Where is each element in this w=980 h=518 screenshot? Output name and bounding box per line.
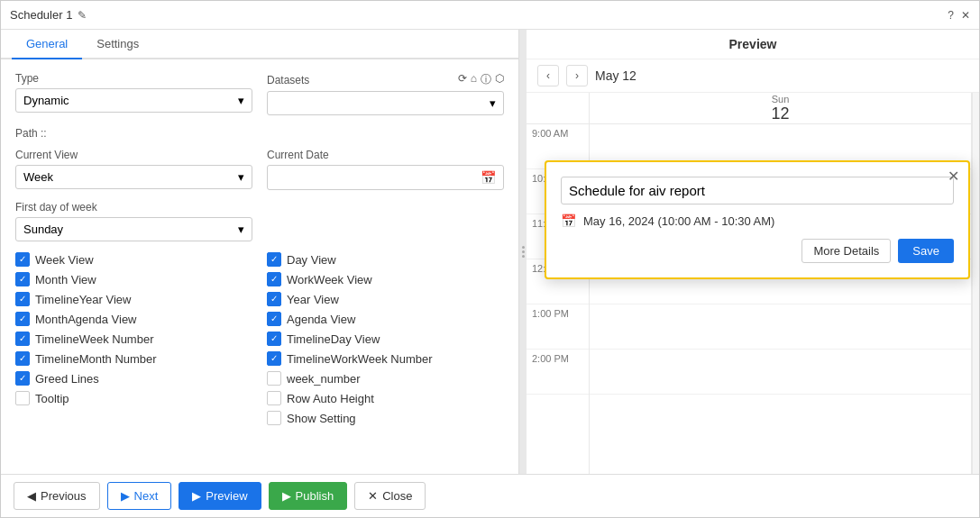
edit-icon[interactable]: ✎ <box>78 9 87 22</box>
datasets-info-icon[interactable]: ⓘ <box>481 72 491 87</box>
checkbox-label-timeline-year: TimelineYear View <box>35 293 131 306</box>
checkbox-show-setting[interactable] <box>267 411 281 425</box>
checkbox-timeline-day[interactable] <box>267 332 281 346</box>
datasets-home-icon[interactable]: ⌂ <box>471 72 477 87</box>
save-button[interactable]: Save <box>898 239 954 263</box>
checkbox-day-view[interactable] <box>267 252 281 267</box>
checkbox-tooltip[interactable] <box>15 391 30 405</box>
checkbox-timeline-year[interactable] <box>15 292 30 306</box>
close-button[interactable]: ✕ Close <box>354 482 426 510</box>
checkbox-item-tooltip[interactable]: Tooltip <box>15 391 252 405</box>
datasets-refresh-icon[interactable]: ⟳ <box>458 72 467 87</box>
tabs: General Settings <box>1 30 518 59</box>
calendar-nav: ‹ › May 12 <box>527 59 979 93</box>
publish-icon: ▶ <box>282 489 291 503</box>
tab-settings[interactable]: Settings <box>82 30 153 59</box>
checkbox-label-week-view: Week View <box>35 253 94 267</box>
checkbox-workweek-view[interactable] <box>267 272 281 286</box>
form-row-type-datasets: Type Dynamic ▾ Datasets ⟳ ⌂ ⓘ <box>15 72 504 115</box>
calendar-prev-arrow[interactable]: ‹ <box>537 65 559 86</box>
placeholder-group <box>267 201 504 241</box>
checkbox-label-agenda-view: Agenda View <box>287 313 355 326</box>
datasets-chevron-icon: ▾ <box>490 96 496 110</box>
checkbox-timeline-month-num[interactable] <box>15 351 30 366</box>
checkbox-label-greed-lines: Greed Lines <box>35 372 99 386</box>
checkbox-item-timeline-week-num[interactable]: TimelineWeek Number <box>15 332 252 346</box>
type-chevron-icon: ▾ <box>238 94 244 107</box>
preview-title: Preview <box>527 30 979 59</box>
checkbox-item-greed-lines[interactable]: Greed Lines <box>15 371 252 386</box>
checkbox-label-week-number: week_number <box>287 372 361 386</box>
checkbox-item-month-agenda[interactable]: MonthAgenda View <box>15 312 252 326</box>
preview-label: Preview <box>206 489 247 503</box>
checkbox-item-timeline-workweek-num[interactable]: TimelineWorkWeek Number <box>267 351 504 366</box>
checkbox-label-month-agenda: MonthAgenda View <box>35 313 137 326</box>
divider-dot <box>522 246 525 249</box>
checkbox-item-timeline-year[interactable]: TimelineYear View <box>15 292 252 306</box>
popup-actions: More Details Save <box>561 239 954 263</box>
calendar-next-arrow[interactable]: › <box>566 65 588 86</box>
current-date-label: Current Date <box>267 149 504 161</box>
checkbox-month-view[interactable] <box>15 272 30 286</box>
publish-button[interactable]: ▶ Publish <box>269 482 348 510</box>
day-name-sun: Sun <box>772 94 790 105</box>
checkbox-item-day-view[interactable]: Day View <box>267 252 504 267</box>
day-cell-2pm[interactable] <box>590 350 971 395</box>
current-view-select[interactable]: Week ▾ <box>15 165 252 189</box>
day-cell-1pm[interactable] <box>590 304 971 350</box>
help-icon[interactable]: ? <box>948 9 954 22</box>
checkbox-item-timeline-day[interactable]: TimelineDay View <box>267 332 504 346</box>
popup-calendar-icon: 📅 <box>561 214 576 228</box>
next-button[interactable]: ▶ Next <box>107 482 172 510</box>
checkbox-agenda-view[interactable] <box>267 312 281 326</box>
checkbox-label-row-auto-height: Row Auto Height <box>287 392 374 405</box>
form-row-view-date: Current View Week ▾ Current Date 📅 <box>15 149 504 190</box>
datasets-link-icon[interactable]: ⬡ <box>495 72 504 87</box>
path-row: Path :: <box>15 126 504 140</box>
current-date-input[interactable]: 📅 <box>267 165 504 190</box>
datasets-group: Datasets ⟳ ⌂ ⓘ ⬡ ▾ <box>267 72 504 115</box>
popup-title-input[interactable] <box>561 177 954 204</box>
bottom-toolbar: ◀ Previous ▶ Next ▶ Preview ▶ Publish ✕ … <box>1 474 979 517</box>
checkbox-label-timeline-day: TimelineDay View <box>287 332 380 346</box>
checkboxes-grid: Week ViewDay ViewMonth ViewWorkWeek View… <box>15 252 504 425</box>
checkbox-week-view[interactable] <box>15 252 30 267</box>
scrollbar[interactable] <box>972 93 979 474</box>
checkbox-item-workweek-view[interactable]: WorkWeek View <box>267 272 504 286</box>
calendar-icon[interactable]: 📅 <box>481 170 496 185</box>
popup-date-text: May 16, 2024 (10:00 AM - 10:30 AM) <box>583 214 774 228</box>
current-view-group: Current View Week ▾ <box>15 149 252 190</box>
checkbox-row-auto-height[interactable] <box>267 391 281 405</box>
checkbox-month-agenda[interactable] <box>15 312 30 326</box>
event-popup: ✕ 📅 May 16, 2024 (10:00 AM - 10:30 AM) M… <box>545 160 970 279</box>
checkbox-item-timeline-month-num[interactable]: TimelineMonth Number <box>15 351 252 366</box>
window-close-icon[interactable]: ✕ <box>961 9 970 22</box>
checkbox-item-month-view[interactable]: Month View <box>15 272 252 286</box>
checkbox-label-timeline-month-num: TimelineMonth Number <box>35 352 157 366</box>
checkbox-week-number[interactable] <box>267 371 281 386</box>
main-window: Scheduler 1 ✎ ? ✕ General Settings Type <box>0 0 980 518</box>
checkbox-timeline-week-num[interactable] <box>15 332 30 346</box>
checkbox-item-row-auto-height[interactable]: Row Auto Height <box>267 391 504 405</box>
first-day-select[interactable]: Sunday ▾ <box>15 217 252 241</box>
checkbox-item-agenda-view[interactable]: Agenda View <box>267 312 504 326</box>
more-details-button[interactable]: More Details <box>801 239 891 263</box>
tab-general[interactable]: General <box>12 30 82 59</box>
checkbox-label-year-view: Year View <box>287 293 339 306</box>
checkbox-item-week-view[interactable]: Week View <box>15 252 252 267</box>
checkbox-item-show-setting[interactable]: Show Setting <box>267 411 504 425</box>
checkbox-item-week-number[interactable]: week_number <box>267 371 504 386</box>
checkbox-label-day-view: Day View <box>287 253 336 267</box>
panel-divider[interactable] <box>519 30 527 474</box>
type-select[interactable]: Dynamic ▾ <box>15 88 252 113</box>
previous-button[interactable]: ◀ Previous <box>14 482 100 510</box>
checkbox-timeline-workweek-num[interactable] <box>267 351 281 366</box>
popup-close-icon[interactable]: ✕ <box>948 169 959 184</box>
preview-button[interactable]: ▶ Preview <box>179 482 261 510</box>
checkbox-item-year-view[interactable]: Year View <box>267 292 504 306</box>
checkbox-greed-lines[interactable] <box>15 371 30 386</box>
checkbox-year-view[interactable] <box>267 292 281 306</box>
first-day-label: First day of week <box>15 201 252 214</box>
checkbox-label-tooltip: Tooltip <box>35 392 69 405</box>
datasets-select[interactable]: ▾ <box>267 91 504 115</box>
